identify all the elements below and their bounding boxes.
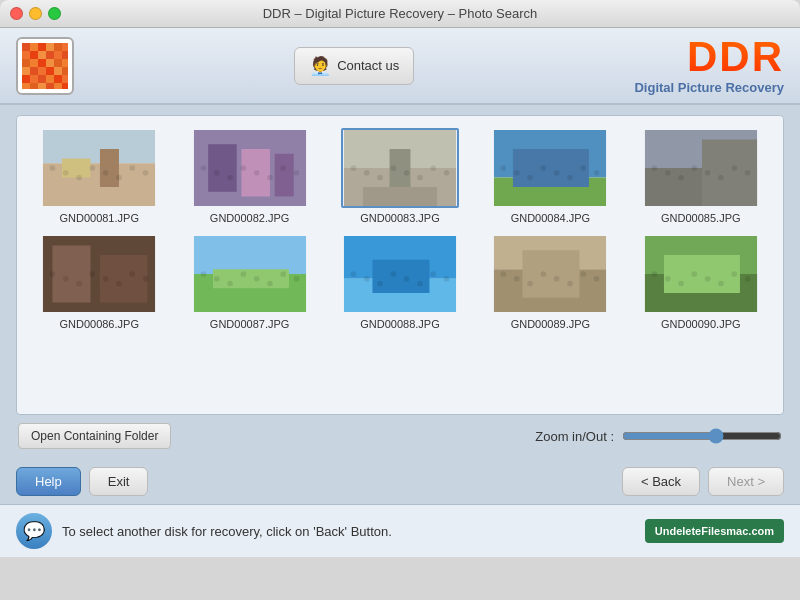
- svg-rect-52: [274, 154, 293, 197]
- svg-point-65: [351, 165, 357, 171]
- svg-rect-33: [38, 83, 46, 89]
- svg-point-81: [567, 175, 573, 181]
- svg-point-101: [90, 271, 96, 277]
- svg-rect-106: [194, 236, 306, 274]
- svg-rect-36: [62, 83, 68, 89]
- photo-label: GND00085.JPG: [661, 212, 740, 224]
- svg-rect-21: [38, 67, 46, 75]
- photo-item[interactable]: GND00087.JPG: [179, 234, 319, 330]
- photo-item[interactable]: GND00083.JPG: [330, 128, 470, 224]
- svg-rect-24: [62, 67, 68, 75]
- svg-rect-38: [43, 163, 155, 206]
- svg-point-87: [651, 165, 657, 171]
- svg-point-115: [280, 271, 286, 277]
- svg-point-131: [501, 271, 507, 277]
- svg-point-58: [267, 175, 273, 181]
- svg-rect-7: [22, 51, 30, 59]
- back-button[interactable]: < Back: [622, 467, 700, 496]
- next-button[interactable]: Next >: [708, 467, 784, 496]
- logo-box: [16, 37, 74, 95]
- svg-rect-32: [30, 83, 38, 89]
- svg-point-138: [594, 276, 600, 282]
- svg-point-144: [678, 281, 684, 287]
- svg-rect-18: [62, 59, 68, 67]
- photo-label: GND00090.JPG: [661, 318, 740, 330]
- svg-point-123: [390, 271, 396, 277]
- svg-point-48: [143, 170, 149, 176]
- svg-rect-30: [62, 75, 68, 83]
- svg-point-125: [417, 281, 423, 287]
- contact-button[interactable]: 🧑‍💼 Contact us: [294, 47, 414, 85]
- bottom-nav: Help Exit < Back Next >: [0, 459, 800, 504]
- open-folder-button[interactable]: Open Containing Folder: [18, 423, 171, 449]
- photo-item[interactable]: GND00089.JPG: [480, 234, 620, 330]
- svg-point-103: [116, 281, 122, 287]
- help-button[interactable]: Help: [16, 467, 81, 496]
- photo-label: GND00081.JPG: [59, 212, 138, 224]
- svg-point-60: [293, 170, 299, 176]
- svg-point-102: [103, 276, 109, 282]
- brand-subtitle: Digital Picture Recovery: [634, 80, 784, 95]
- photo-label: GND00086.JPG: [59, 318, 138, 330]
- svg-point-109: [200, 271, 206, 277]
- svg-rect-15: [38, 59, 46, 67]
- svg-point-77: [514, 170, 520, 176]
- svg-point-120: [351, 271, 357, 277]
- svg-point-122: [377, 281, 383, 287]
- close-button[interactable]: [10, 7, 23, 20]
- photo-item[interactable]: GND00088.JPG: [330, 234, 470, 330]
- svg-point-89: [678, 175, 684, 181]
- svg-rect-1: [22, 43, 30, 51]
- svg-point-57: [253, 170, 259, 176]
- photo-item[interactable]: GND00081.JPG: [29, 128, 169, 224]
- svg-point-100: [76, 281, 82, 287]
- nav-right: < Back Next >: [622, 467, 784, 496]
- photo-thumbnail: [491, 234, 609, 314]
- photo-item[interactable]: GND00090.JPG: [631, 234, 771, 330]
- main-content: GND00081.JPGGND00082.JPGGND00083.JPGGND0…: [0, 105, 800, 459]
- svg-point-55: [227, 175, 233, 181]
- photo-label: GND00088.JPG: [360, 318, 439, 330]
- photo-thumbnail: [191, 128, 309, 208]
- svg-point-88: [665, 170, 671, 176]
- svg-rect-25: [22, 75, 30, 83]
- svg-point-93: [731, 165, 737, 171]
- photo-grid-container[interactable]: GND00081.JPGGND00082.JPGGND00083.JPGGND0…: [16, 115, 784, 415]
- svg-rect-19: [22, 67, 30, 75]
- photo-item[interactable]: GND00082.JPG: [179, 128, 319, 224]
- info-icon: 💬: [16, 513, 52, 549]
- svg-point-110: [213, 276, 219, 282]
- svg-point-137: [581, 271, 587, 277]
- svg-rect-17: [54, 59, 62, 67]
- maximize-button[interactable]: [48, 7, 61, 20]
- exit-button[interactable]: Exit: [89, 467, 149, 496]
- zoom-area: Zoom in/Out :: [535, 428, 782, 444]
- svg-point-143: [665, 276, 671, 282]
- photo-label: GND00087.JPG: [210, 318, 289, 330]
- svg-point-45: [103, 170, 109, 176]
- zoom-slider[interactable]: [622, 428, 782, 444]
- svg-point-147: [718, 281, 724, 287]
- svg-rect-141: [664, 255, 740, 293]
- photo-item[interactable]: GND00085.JPG: [631, 128, 771, 224]
- photo-thumbnail: [491, 128, 609, 208]
- svg-point-68: [390, 165, 396, 171]
- photo-item[interactable]: GND00084.JPG: [480, 128, 620, 224]
- svg-point-82: [581, 165, 587, 171]
- svg-point-69: [404, 170, 410, 176]
- info-bar: 💬 To select another disk for recovery, c…: [0, 504, 800, 557]
- svg-rect-26: [30, 75, 38, 83]
- brand-area: DDR Digital Picture Recovery: [634, 36, 784, 95]
- photo-label: GND00089.JPG: [511, 318, 590, 330]
- svg-point-47: [130, 165, 136, 171]
- minimize-button[interactable]: [29, 7, 42, 20]
- photo-thumbnail: [341, 234, 459, 314]
- svg-point-71: [430, 165, 436, 171]
- svg-point-67: [377, 175, 383, 181]
- photo-item[interactable]: GND00086.JPG: [29, 234, 169, 330]
- svg-point-90: [691, 165, 697, 171]
- svg-rect-20: [30, 67, 38, 75]
- svg-point-121: [364, 276, 370, 282]
- contact-label: Contact us: [337, 58, 399, 73]
- svg-point-94: [744, 170, 750, 176]
